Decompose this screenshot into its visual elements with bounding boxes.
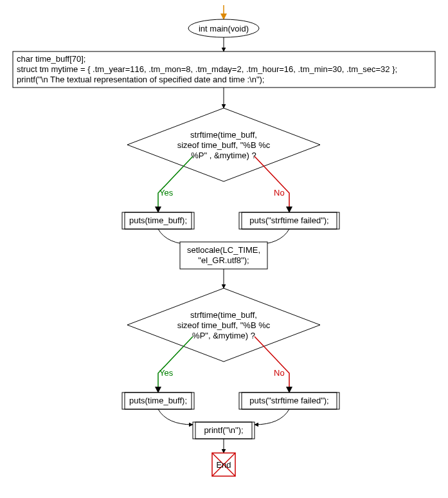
dec2-no-label: No — [274, 368, 285, 378]
start-label: int main(void) — [199, 24, 249, 33]
decision1-line2: sizeof time_buff, "%B %c — [177, 140, 271, 150]
edge-yes2-merge — [158, 409, 193, 425]
printf-text: printf("\n"); — [204, 425, 243, 435]
init-line1: char time_buff[70]; — [17, 54, 85, 64]
setlocale-line1: setlocale(LC_TIME, — [187, 245, 260, 255]
decision1-line3: %P" , &mytime) ? — [191, 151, 256, 160]
init-line3: printf("\n The textual representation of… — [17, 75, 264, 84]
decision2-line1: strftime(time_buff, — [190, 310, 257, 320]
end-label: End — [216, 460, 231, 470]
branch1-yes-text: puts(time_buff); — [129, 216, 187, 225]
dec1-yes-label: Yes — [159, 188, 174, 198]
branch2-no-text: puts("strftime failed"); — [249, 396, 328, 405]
decision2-line3: %P", &mytime) ? — [192, 331, 255, 340]
branch2-yes-text: puts(time_buff); — [129, 396, 187, 405]
dec2-yes-label: Yes — [159, 368, 174, 378]
setlocale-line2: "el_GR.utf8"); — [198, 255, 249, 265]
flowchart-canvas: int main(void) char time_buff[70]; struc… — [0, 0, 448, 498]
branch1-no-text: puts("strftime failed"); — [249, 216, 328, 225]
dec1-no-label: No — [274, 188, 285, 198]
decision2-line2: sizeof time_buff, "%B %c — [177, 320, 271, 330]
init-line2: struct tm mytime = { .tm_year=116, .tm_m… — [17, 64, 397, 74]
edge-no2-merge — [255, 409, 289, 425]
decision1-line1: strftime(time_buff, — [190, 130, 257, 140]
